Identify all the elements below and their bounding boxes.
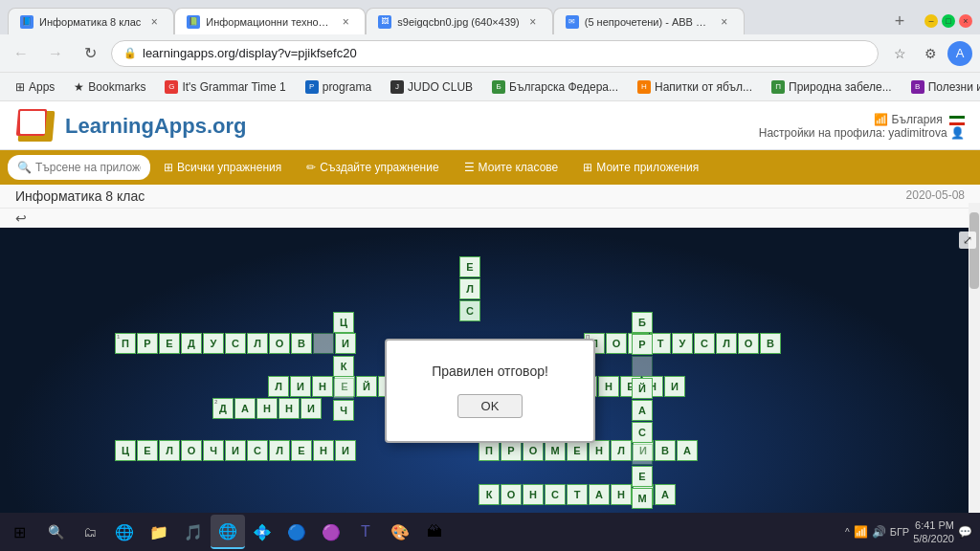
page-date: 2020-05-08 (906, 188, 965, 204)
tab-favicon-3: 🖼 (378, 15, 391, 29)
search-box[interactable]: 🔍 (8, 155, 150, 180)
bookmark-apps[interactable]: ⊞ Apps (8, 77, 62, 98)
tab-close-3[interactable]: × (525, 14, 541, 30)
dialog-message: Правилен отговор! (417, 364, 563, 379)
country-label: България (892, 113, 943, 126)
chrome-icon: 🌐 (218, 522, 237, 540)
new-tab-button[interactable]: + (886, 8, 913, 34)
user-icon: 👤 (950, 126, 965, 140)
profile-button[interactable]: A (947, 41, 972, 66)
grid-nav-icon: ⊞ (164, 161, 173, 174)
task-view-button[interactable]: 🗂 (73, 515, 107, 549)
bookmark-star-button[interactable]: ☆ (886, 40, 913, 67)
bg-fed-icon: Б (492, 80, 505, 94)
create-exercise-button[interactable]: ✏ Създайте упражнение (295, 155, 450, 180)
taskbar-app3[interactable]: 🔵 (279, 515, 314, 549)
address-input[interactable]: 🔒 learningapps.org/display?v=pjikfsefc20 (111, 40, 879, 67)
bookmark-napitki[interactable]: Н Напитки от ябъл... (630, 77, 760, 98)
address-text: learningapps.org/display?v=pjikfsefc20 (143, 46, 357, 60)
taskbar-explorer[interactable]: 📁 (142, 515, 176, 549)
tab-close-4[interactable]: × (717, 14, 732, 30)
back-button[interactable]: ← (8, 40, 34, 67)
my-classes-label: Моите класове (479, 161, 559, 174)
bookmark-napitki-label: Напитки от ябъл... (655, 80, 752, 94)
extensions-button[interactable]: ⚙ (917, 40, 944, 67)
bulgaria-flag (949, 116, 965, 125)
tab-info-tech[interactable]: 📗 Информационни технологии 7 к... × (174, 8, 366, 34)
bookmark-judo-label: JUDO CLUB (408, 80, 473, 94)
tab-title-4: (5 непрочетени) - АВВ поща (585, 16, 711, 28)
my-classes-button[interactable]: ☰ Моите класове (453, 155, 570, 180)
bookmark-bg-fed[interactable]: Б Българска Федера... (484, 77, 626, 98)
search-input[interactable] (35, 161, 141, 174)
wifi-icon: 📶 (874, 113, 888, 126)
tab-mail[interactable]: ✉ (5 непрочетени) - АВВ поща × (553, 8, 745, 34)
la-content-header: Информатика 8 клас 2020-05-08 (0, 185, 980, 209)
reload-button[interactable]: ↻ (77, 40, 103, 67)
music-icon: 🎵 (184, 523, 203, 541)
edit-pencil-icon[interactable]: ↩ (15, 210, 27, 226)
forward-button[interactable]: → (42, 40, 69, 67)
taskbar: ⊞ 🔍 🗂 🌐 📁 🎵 🌐 💠 🔵 🟣 T 🎨 🏔 ^ 📶 🔊 (0, 513, 980, 551)
clock: 6:41 PM 5/8/2020 (913, 518, 954, 546)
bookmark-bg-fed-label: Българска Федера... (509, 80, 618, 94)
teams-icon: T (361, 523, 370, 540)
tab-title-2: Информационни технологии 7 к... (206, 16, 332, 28)
dialog-overlay: Правилен отговор! OK (0, 228, 980, 513)
notification-icon[interactable]: 💬 (958, 525, 972, 539)
tab-image[interactable]: 🖼 s9eigqcbn0.jpg (640×439) × (366, 8, 553, 34)
tab-favicon-4: ✉ (566, 15, 579, 29)
bookmark-grammar[interactable]: G It's Grammar Time 1 (157, 77, 293, 98)
taskbar-music[interactable]: 🎵 (176, 515, 211, 549)
maximize-button[interactable]: □ (942, 14, 955, 28)
edge-icon: 🌐 (115, 523, 134, 541)
polezni-icon: В (911, 80, 924, 94)
address-bar: ← → ↻ 🔒 learningapps.org/display?v=pjikf… (0, 34, 980, 73)
clock-time: 6:41 PM (913, 518, 954, 532)
list-icon: ☰ (464, 161, 475, 174)
tab-close-2[interactable]: × (338, 14, 353, 30)
crossword-area: ⤢ Е Л С 1П Р Е Д У С Л О В И (0, 228, 980, 513)
volume-tray-icon: 🔊 (872, 525, 886, 539)
start-button[interactable]: ⊞ (0, 515, 38, 549)
tray-arrow[interactable]: ^ (845, 527, 850, 538)
taskbar-teams[interactable]: T (348, 515, 383, 549)
taskbar-edge[interactable]: 🌐 (107, 515, 142, 549)
bookmark-prirodna[interactable]: П Природна забеле... (764, 77, 900, 98)
bookmark-bookmarks[interactable]: ★ Bookmarks (66, 77, 153, 98)
browser-actions: ☆ ⚙ A (886, 40, 972, 67)
all-exercises-button[interactable]: ⊞ Всички упражнения (152, 155, 293, 180)
taskbar-app6[interactable]: 🏔 (417, 515, 452, 549)
my-apps-button[interactable]: ⊞ Моите приложения (571, 155, 710, 180)
system-tray: ^ 📶 🔊 БГР 6:41 PM 5/8/2020 💬 (837, 518, 980, 546)
la-logo-text: LearningApps.org (65, 114, 246, 139)
taskbar-app4[interactable]: 🟣 (314, 515, 348, 549)
clock-date: 5/8/2020 (913, 532, 954, 545)
tab-bar-right: + – □ × (886, 8, 972, 34)
la-profile-label: Настройки на профила: yadimitrova 👤 (759, 126, 965, 140)
taskbar-app2[interactable]: 💠 (245, 515, 279, 549)
tab-close-1[interactable]: × (146, 14, 162, 30)
dialog-ok-button[interactable]: OK (457, 394, 523, 418)
bookmark-programa[interactable]: P programa (298, 77, 379, 98)
app3-icon: 🔵 (287, 523, 306, 541)
close-button[interactable]: × (959, 14, 972, 28)
la-profile-area: 📶 България Настройки на профила: yadimit… (759, 113, 965, 140)
cortana-search[interactable]: 🔍 (38, 515, 73, 549)
bookmark-prirodna-label: Природна забеле... (789, 80, 892, 94)
taskbar-app5[interactable]: 🎨 (383, 515, 417, 549)
bookmark-judo[interactable]: J JUDO CLUB (383, 77, 480, 98)
taskbar-chrome[interactable]: 🌐 (211, 515, 245, 549)
programa-icon: P (305, 80, 319, 94)
tab-favicon-2: 📗 (187, 15, 200, 29)
prirodna-icon: П (771, 80, 785, 94)
tab-favicon-1: 📘 (20, 15, 33, 29)
tab-title-3: s9eigqcbn0.jpg (640×439) (397, 16, 520, 28)
bookmark-polezni[interactable]: В Полезни и забавн... (903, 77, 980, 98)
la-logo-icon (15, 107, 57, 145)
tab-informatika[interactable]: 📘 Информатика 8 клас × (8, 8, 174, 34)
bookmark-grammar-label: It's Grammar Time 1 (182, 80, 285, 94)
network-tray-icon: 📶 (854, 525, 868, 539)
minimize-button[interactable]: – (924, 14, 938, 28)
apps-icon: ⊞ (583, 161, 592, 174)
